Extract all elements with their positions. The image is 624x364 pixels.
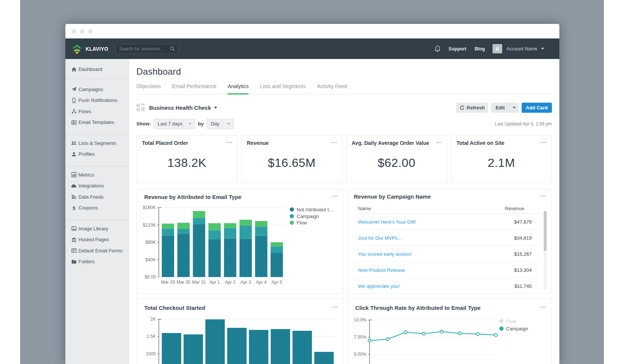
board-title: Business Health Check [149,105,211,111]
svg-text:Flow: Flow [297,220,307,225]
campaign-link[interactable]: You scored early access! [358,251,412,257]
sidebar-item-metrics[interactable]: Metrics [65,169,129,181]
search-icon [170,46,175,51]
card-menu-icon[interactable] [436,140,442,143]
filters-row: Show: Last 7 days by Day Last Updated Ap… [136,119,552,129]
line-chart: 5.00%7.50%10.0%FlowCampaign [348,298,552,364]
card-menu-icon[interactable] [541,140,546,143]
campaign-revenue: $34,819 [514,235,532,241]
account-name[interactable]: Account Name [507,46,537,52]
chart-card-revenue-by-email-type: Revenue by Attributed to Email Type $0.0… [136,189,344,294]
main-content: Dashboard Objectives Email Performance A… [129,59,559,364]
card-menu-icon[interactable] [331,140,337,143]
tab-activity-feed[interactable]: Activity Feed [317,83,347,94]
sidebar-item-data-feeds[interactable]: Data Feeds [65,192,129,203]
klaviyo-logo[interactable]: KLAVIYO [72,44,112,54]
sidebar-item-hosted-pages[interactable]: Hosted Pages [65,234,129,245]
sidebar-item-image-library[interactable]: Image Library [65,223,129,234]
table-columns: Name Revenue [358,206,532,211]
template-icon [71,119,77,125]
card-menu-icon[interactable] [227,140,232,143]
sidebar-divider [65,134,129,135]
stat-card-total-active-on-site: Total Active on Site 2.1M [451,135,552,183]
table-rows: Welcome! Here's Your Gift! $47,879 Just … [348,214,552,294]
home-icon [71,66,77,72]
toolbar-buttons: Refresh Edit Add Ca [456,103,552,113]
last-updated-text: Last Updated Apr 5, 1:59 pm [495,121,552,127]
campaign-link[interactable]: Welcome! Here's Your Gift! [358,219,416,225]
stat-card-title: Avg. Daily Average Order Value [352,140,429,146]
sidebar-item-campaigns[interactable]: Campaigns [65,84,129,95]
search-input[interactable]: Search for someone... [116,44,178,53]
page-title: Dashboard [136,66,552,77]
account-avatar[interactable]: A [492,44,502,53]
sidebar-item-label: Default Email Forms [78,248,123,253]
by-label: by [198,121,204,127]
blog-link[interactable]: Blog [475,46,485,52]
stat-card-revenue: Revenue $16.65M [241,135,343,183]
svg-text:1000: 1000 [146,351,156,357]
support-link[interactable]: Support [448,46,466,52]
show-range-value: Last 7 days [158,121,183,127]
stat-card-title: Revenue [247,140,269,146]
by-interval-value: Day [211,121,219,127]
phone-icon [71,97,77,103]
cloud-icon [71,183,77,189]
sidebar-item-email-templates[interactable]: Email Templates [65,117,129,128]
by-interval-select[interactable]: Day [207,119,234,129]
sidebar-item-label: Flows [78,109,91,114]
svg-text:Mar 30: Mar 30 [176,280,191,285]
sidebar-item-push-notifications[interactable]: Push Notifications [65,95,129,106]
edit-button[interactable]: Edit [491,103,509,113]
svg-text:5.00%: 5.00% [354,352,367,357]
show-range-select[interactable]: Last 7 days [154,119,195,129]
sidebar-item-integrations[interactable]: Integrations [65,180,129,192]
edit-menu-button[interactable] [509,103,519,113]
stacked-bar-chart: $0.00$40K$80K$120K$160KMar 29Mar 30Mar 3… [137,189,343,293]
column-header-revenue: Revenue [505,206,532,211]
notifications-bell-icon[interactable] [434,45,441,52]
appbar-right-group: Support Blog A Account Name [434,44,544,53]
sidebar-item-lists-segments[interactable]: Lists & Segments [65,138,129,149]
campaign-link[interactable]: We appreciate you! [358,283,400,289]
campaign-link[interactable]: New Product Release [358,267,405,273]
svg-text:$40K: $40K [145,257,156,262]
sidebar-item-flows[interactable]: Flows [65,106,129,117]
sidebar-item-coupons[interactable]: $ Coupons [65,202,129,214]
board-grid-icon [136,103,145,112]
sidebar-item-label: Integrations [78,183,104,189]
svg-text:Campaign: Campaign [506,326,528,332]
window-dot-icon[interactable] [80,29,84,34]
window-dot-icon[interactable] [88,29,93,34]
users-icon [71,140,77,146]
tab-email-performance[interactable]: Email Performance [172,83,216,94]
column-header-name: Name [358,206,371,211]
account-menu-caret-icon[interactable] [541,48,544,50]
sidebar-item-label: Image Library [78,226,108,231]
app-body: Dashboard Campaigns Push Notifications [65,59,559,364]
board-picker[interactable]: Business Health Check [136,103,217,112]
chart-card-total-checkout-started: Total Checkout Started 10001.5K2K [136,298,344,364]
sidebar-item-default-email-forms[interactable]: Default Email Forms [65,245,129,256]
table-scrollbar-thumb[interactable] [544,211,547,251]
board-toolbar: Business Health Check Refresh [136,102,552,113]
tab-objectives[interactable]: Objectives [136,83,161,94]
campaign-link[interactable]: Just for Our MVPs... [358,235,402,241]
svg-text:Flow: Flow [506,318,516,324]
main-header: Dashboard Objectives Email Performance A… [129,59,559,94]
sidebar-item-dashboard[interactable]: Dashboard [65,64,129,75]
sidebar-item-label: Metrics [78,172,94,178]
svg-text:7.50%: 7.50% [354,335,367,340]
folder-icon [71,259,77,264]
table-scrollbar[interactable] [544,211,547,290]
charts-row-1: Revenue by Attributed to Email Type $0.0… [136,189,552,294]
tab-lists-and-segments[interactable]: Lists and Segments [260,83,306,94]
refresh-button[interactable]: Refresh [456,103,488,113]
tab-analytics[interactable]: Analytics [228,83,248,94]
card-menu-icon[interactable] [540,193,546,196]
sidebar-item-profiles[interactable]: Profiles [65,149,129,160]
add-card-button[interactable]: Add Card [522,103,552,113]
window-dot-icon[interactable] [72,29,76,34]
sidebar-item-folders[interactable]: Folders [65,256,129,267]
sidebar: Dashboard Campaigns Push Notifications [65,59,129,364]
